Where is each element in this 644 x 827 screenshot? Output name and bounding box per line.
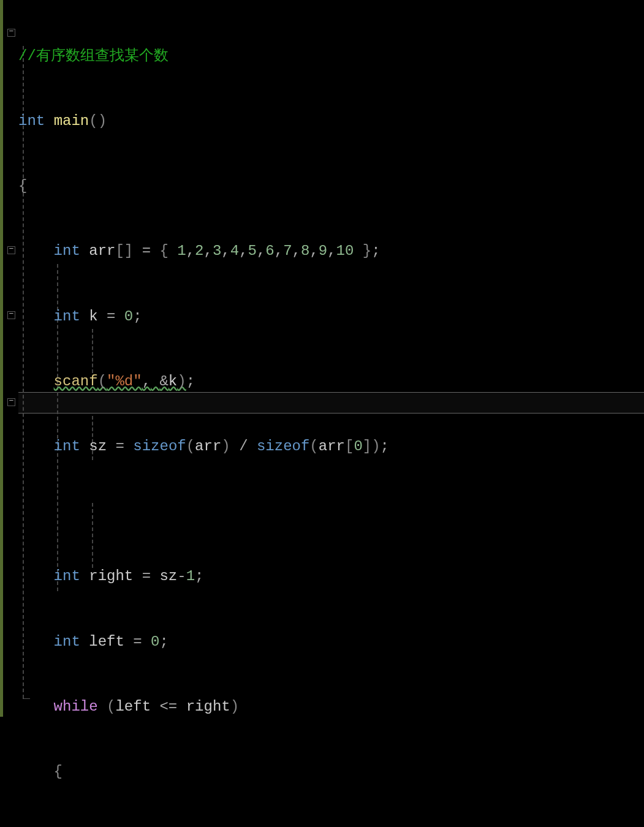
gutter bbox=[0, 0, 18, 827]
code-line[interactable]: int main() bbox=[18, 110, 419, 132]
fold-toggle-icon[interactable] bbox=[7, 398, 15, 406]
fold-toggle-icon[interactable] bbox=[7, 311, 15, 319]
code-line[interactable]: //有序数组查找某个数 bbox=[18, 45, 419, 67]
change-margin bbox=[0, 0, 3, 717]
code-line[interactable]: int sz = sizeof(arr) / sizeof(arr[0]); bbox=[18, 436, 419, 457]
code-area[interactable]: //有序数组查找某个数 int main() { int arr[] = { 1… bbox=[18, 2, 419, 827]
fold-toggle-icon[interactable] bbox=[7, 29, 15, 37]
code-line[interactable]: int right = sz-1; bbox=[18, 565, 419, 587]
fold-toggle-icon[interactable] bbox=[7, 246, 15, 254]
code-line[interactable]: int left = 0; bbox=[18, 631, 419, 652]
code-editor[interactable]: //有序数组查找某个数 int main() { int arr[] = { 1… bbox=[0, 0, 644, 2]
code-line[interactable]: scanf("%d", &k); bbox=[18, 371, 419, 392]
code-line[interactable]: while (left <= right) bbox=[18, 696, 419, 717]
code-line[interactable] bbox=[18, 500, 419, 522]
code-line[interactable]: { bbox=[18, 175, 419, 197]
code-line[interactable]: int k = 0; bbox=[18, 306, 419, 327]
code-line[interactable]: int arr[] = { 1,2,3,4,5,6,7,8,9,10 }; bbox=[18, 240, 419, 262]
comment: //有序数组查找某个数 bbox=[18, 48, 169, 64]
code-line[interactable]: { bbox=[18, 761, 419, 782]
